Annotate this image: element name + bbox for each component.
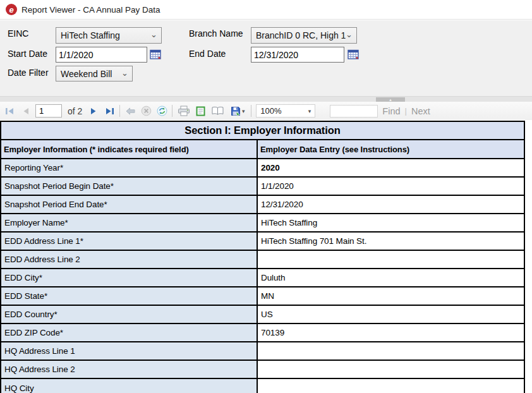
app-logo-icon: e — [6, 4, 17, 15]
row-value: HiTech Staffing — [258, 214, 524, 231]
row-label: Snapshot Period End Date* — [1, 196, 258, 213]
row-value — [258, 251, 524, 268]
report-toolbar: of 2 — [0, 102, 532, 120]
printer-icon — [178, 106, 190, 116]
row-value: HiTech Staffing 701 Main St. — [258, 233, 524, 250]
row-value: US — [258, 306, 524, 323]
print-layout-button[interactable] — [195, 106, 206, 117]
row-label: HQ City — [1, 379, 258, 393]
calendar-icon — [150, 49, 162, 59]
column-header-employer-information: Employer Information (* indicates requir… — [1, 140, 258, 158]
page-setup-book-icon — [211, 106, 224, 116]
row-value — [258, 342, 524, 360]
row-value: 70139 — [258, 324, 524, 341]
row-label: EDD State* — [1, 287, 258, 305]
report-rows: Reporting Year*2020Snapshot Period Begin… — [1, 159, 524, 393]
row-label: EDD Address Line 1* — [1, 233, 258, 250]
table-row: HQ City — [1, 379, 524, 393]
column-header-employer-data-entry: Employer Data Entry (see Instructions) — [258, 140, 524, 158]
row-label: Reporting Year* — [1, 159, 258, 176]
row-label: EDD ZIP Code* — [1, 324, 258, 341]
save-export-icon — [231, 106, 241, 116]
toolbar-separator — [251, 105, 251, 117]
window-title: Report Viewer - CA Annual Pay Data — [21, 5, 160, 15]
section-title: Section I: Employer Information — [1, 122, 524, 140]
refresh-icon — [157, 106, 167, 116]
first-page-icon — [5, 107, 15, 115]
export-button[interactable]: ▾ — [229, 106, 246, 117]
einc-label: EINC — [8, 28, 28, 39]
table-row: Snapshot Period End Date*12/31/2020 — [1, 196, 524, 214]
einc-selected-value: HiTech Staffing — [61, 30, 120, 40]
start-date-label: Start Date — [8, 49, 47, 59]
page-setup-button[interactable] — [210, 106, 224, 117]
find-next-divider: | — [405, 106, 407, 116]
row-label: Snapshot Period Begin Date* — [1, 178, 258, 195]
page-count-label: of 2 — [66, 106, 83, 116]
table-row: Snapshot Period Begin Date*1/1/2020 — [1, 178, 524, 196]
zoom-select[interactable]: 100% ▾ — [256, 104, 315, 118]
table-row: Employer Name*HiTech Staffing — [1, 214, 524, 233]
row-value — [258, 379, 524, 393]
row-value: MN — [258, 287, 524, 305]
first-page-button[interactable] — [4, 106, 15, 117]
back-arrow-icon — [125, 107, 136, 116]
toolbar-separator — [119, 105, 120, 117]
next-page-icon — [90, 107, 98, 115]
chevron-down-icon: ▾ — [308, 108, 311, 114]
window-titlebar: e Report Viewer - CA Annual Pay Data — [0, 0, 532, 20]
table-header-row: Employer Information (* indicates requir… — [1, 140, 524, 159]
report-viewport: Section I: Employer Information Employer… — [0, 120, 532, 393]
row-label: HQ Address Line 1 — [1, 342, 258, 360]
row-value: Duluth — [258, 269, 524, 286]
row-value — [258, 361, 524, 378]
find-link[interactable]: Find — [382, 106, 400, 116]
branch-name-label: Branch Name — [189, 28, 243, 39]
employer-information-table: Section I: Employer Information Employer… — [0, 121, 525, 393]
back-button[interactable] — [124, 106, 136, 117]
row-value: 12/31/2020 — [258, 196, 524, 213]
branch-selected-value: BranchID 0 RC, High 1 — [256, 30, 346, 40]
start-date-input[interactable] — [56, 47, 147, 63]
previous-page-button[interactable] — [20, 106, 31, 117]
next-link[interactable]: Next — [411, 106, 430, 116]
stop-button[interactable] — [140, 106, 152, 117]
next-page-button[interactable] — [88, 106, 99, 117]
table-row: EDD Address Line 1*HiTech Staffing 701 M… — [1, 233, 524, 251]
date-filter-label: Date Filter — [8, 68, 49, 78]
branch-name-select[interactable]: BranchID 0 RC, High 1 ⌄ — [251, 27, 357, 44]
refresh-button[interactable] — [156, 106, 167, 117]
chevron-down-icon: ⌄ — [121, 69, 128, 77]
row-value: 2020 — [258, 159, 524, 176]
page-number-input[interactable] — [35, 104, 62, 118]
last-page-icon — [105, 107, 114, 115]
chevron-down-icon: ⌄ — [346, 30, 353, 39]
previous-page-icon — [21, 107, 30, 115]
einc-select[interactable]: HiTech Staffing ⌄ — [56, 27, 162, 44]
params-splitter: ▲ — [0, 96, 532, 102]
table-row: EDD State*MN — [1, 287, 524, 306]
table-row: HQ Address Line 2 — [1, 361, 524, 379]
date-filter-selected-value: Weekend Bill — [61, 69, 112, 79]
search-input[interactable] — [330, 105, 378, 118]
row-value: 1/1/2020 — [258, 178, 524, 195]
row-label: EDD City* — [1, 269, 258, 286]
calendar-icon — [348, 49, 360, 59]
table-row: EDD Country*US — [1, 306, 524, 324]
table-row: Reporting Year*2020 — [1, 159, 524, 178]
export-menu-caret-icon: ▾ — [242, 108, 245, 114]
row-label: HQ Address Line 2 — [1, 361, 258, 378]
end-date-calendar-button[interactable] — [347, 48, 360, 61]
zoom-value: 100% — [260, 106, 281, 116]
end-date-input[interactable] — [251, 47, 344, 63]
last-page-button[interactable] — [104, 106, 115, 117]
table-row: HQ Address Line 1 — [1, 342, 524, 361]
start-date-calendar-button[interactable] — [149, 48, 162, 61]
row-label: Employer Name* — [1, 214, 258, 231]
date-filter-select[interactable]: Weekend Bill ⌄ — [56, 66, 133, 82]
row-label: EDD Address Line 2 — [1, 251, 258, 268]
table-row: EDD City*Duluth — [1, 269, 524, 287]
print-button[interactable] — [177, 106, 190, 117]
chevron-down-icon: ⌄ — [150, 30, 157, 39]
end-date-label: End Date — [189, 49, 226, 59]
